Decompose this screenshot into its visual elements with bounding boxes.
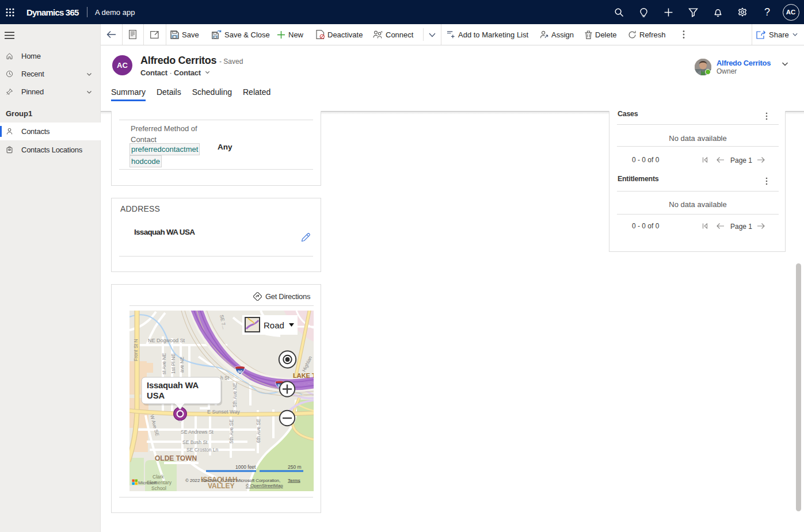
- svg-text:SE Croston Ln: SE Croston Ln: [186, 447, 219, 453]
- svg-text:Issaquah WA: Issaquah WA: [147, 381, 199, 390]
- svg-text:OLDE TOWN: OLDE TOWN: [155, 454, 197, 462]
- svg-text:ave NE: ave NE: [179, 357, 185, 373]
- svg-text:SE Bush St: SE Bush St: [182, 439, 208, 445]
- svg-text:h St: h St: [220, 375, 230, 381]
- svg-text:E Sunset Way: E Sunset Way: [207, 409, 240, 415]
- svg-text:Front St N: Front St N: [133, 339, 139, 361]
- svg-text:School: School: [151, 485, 166, 491]
- svg-text:1st Pl NE: 1st Pl NE: [170, 353, 176, 374]
- svg-text:VALLEY: VALLEY: [208, 482, 234, 490]
- svg-text:st Ave NE: st Ave NE: [161, 353, 167, 374]
- svg-text:5th Ave NE: 5th Ave NE: [232, 382, 238, 407]
- svg-text:© 2022 TomTom, © 2022 Microsof: © 2022 TomTom, © 2022 Microsoft Corporat…: [185, 478, 280, 483]
- svg-text:Clark: Clark: [153, 474, 165, 480]
- svg-text:SE Andrews St: SE Andrews St: [181, 429, 214, 435]
- svg-text:5th Ave SE: 5th Ave SE: [228, 419, 234, 443]
- svg-text:Terms: Terms: [288, 478, 300, 483]
- svg-text:6th Ave SE: 6th Ave SE: [256, 419, 261, 443]
- svg-text:© OpenStreetMap: © OpenStreetMap: [246, 483, 283, 488]
- svg-text:LAKE T: LAKE T: [293, 372, 314, 379]
- svg-text:90: 90: [238, 369, 243, 374]
- svg-text:Microsoft: Microsoft: [138, 480, 157, 485]
- svg-text:Road: Road: [264, 320, 284, 330]
- svg-text:USA: USA: [147, 391, 165, 400]
- svg-text:250 m: 250 m: [288, 464, 302, 470]
- svg-text:1000 feet: 1000 feet: [235, 464, 256, 470]
- svg-text:NE Dogwood St: NE Dogwood St: [148, 338, 185, 343]
